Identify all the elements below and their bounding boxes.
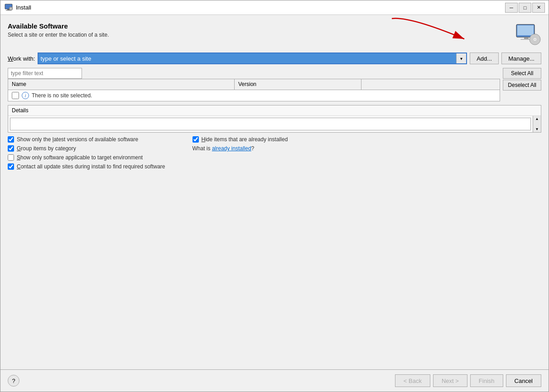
- cancel-button[interactable]: Cancel: [506, 374, 541, 387]
- bottom-bar: ? < Back Next > Finish Cancel: [0, 369, 549, 392]
- header-text: Available Software Select a site or ente…: [8, 22, 514, 38]
- header-section: Available Software Select a site or ente…: [8, 22, 541, 47]
- scroll-down-icon[interactable]: ▼: [535, 127, 539, 131]
- info-icon: i: [22, 92, 29, 99]
- close-button[interactable]: ✕: [532, 3, 545, 13]
- deselect-all-button[interactable]: Deselect All: [503, 80, 541, 91]
- svg-rect-6: [517, 25, 534, 35]
- filter-input[interactable]: [8, 68, 82, 79]
- select-all-button[interactable]: Select All: [503, 68, 541, 79]
- option-target-checkbox[interactable]: [8, 154, 14, 161]
- side-buttons: Select All Deselect All: [503, 68, 541, 91]
- option-group-label: Group items by category: [17, 145, 76, 152]
- scroll-up-icon[interactable]: ▲: [535, 117, 539, 121]
- window-icon: [4, 3, 13, 12]
- details-textarea[interactable]: [10, 118, 531, 130]
- options-right: Hide items that are already installed Wh…: [193, 136, 288, 170]
- option-already-prefix: What is already installed?: [193, 145, 255, 152]
- option-target-label: Show only software applicable to target …: [17, 154, 143, 161]
- details-section: Details ▲ ▼: [8, 105, 541, 133]
- page-title: Available Software: [8, 22, 514, 30]
- option-row-4: Contact all update sites during install …: [8, 163, 165, 170]
- add-button[interactable]: Add...: [470, 53, 499, 64]
- option-hide-checkbox[interactable]: [193, 136, 199, 143]
- filter-and-buttons: Name Version i There is no site selected…: [8, 68, 541, 101]
- details-scrollbar[interactable]: ▲ ▼: [533, 116, 541, 132]
- option-row-3: Show only software applicable to target …: [8, 154, 165, 161]
- option-row-1: Show only the latest versions of availab…: [8, 136, 165, 143]
- option-group-checkbox[interactable]: [8, 145, 14, 152]
- option-row-2: Group items by category: [8, 145, 165, 152]
- work-with-label: Work with:: [8, 55, 35, 62]
- option-hide-row: Hide items that are already installed: [193, 136, 288, 143]
- back-button[interactable]: < Back: [395, 374, 430, 387]
- main-content: Available Software Select a site or ente…: [0, 15, 549, 369]
- help-button[interactable]: ?: [8, 375, 19, 387]
- col-extra-header: [361, 79, 500, 90]
- site-dropdown-arrow[interactable]: ▾: [456, 53, 466, 63]
- page-subtitle: Select a site or enter the location of a…: [8, 32, 514, 38]
- options-left: Show only the latest versions of availab…: [8, 136, 165, 170]
- maximize-button[interactable]: □: [519, 3, 531, 13]
- option-hide-label: Hide items that are already installed: [202, 136, 288, 143]
- minimize-button[interactable]: ─: [505, 3, 518, 13]
- option-latest-label: Show only the latest versions of availab…: [17, 136, 138, 143]
- option-already-row: What is already installed?: [193, 145, 288, 152]
- header-icon: [514, 22, 541, 47]
- title-bar: Install ─ □ ✕: [0, 0, 549, 15]
- table-body: i There is no site selected.: [8, 90, 500, 101]
- col-version-header: Version: [235, 79, 361, 90]
- window-controls: ─ □ ✕: [505, 3, 545, 13]
- already-installed-link[interactable]: already installed: [212, 145, 251, 152]
- software-table: Name Version i There is no site selected…: [8, 79, 500, 101]
- option-contact-checkbox[interactable]: [8, 163, 14, 170]
- svg-point-4: [10, 8, 12, 9]
- manage-button[interactable]: Manage...: [501, 53, 541, 64]
- svg-point-11: [535, 39, 536, 40]
- option-latest-checkbox[interactable]: [8, 136, 14, 143]
- row-label: There is no site selected.: [32, 92, 92, 99]
- table-header: Name Version: [8, 79, 500, 90]
- site-input-wrapper[interactable]: ▾: [38, 53, 467, 64]
- svg-rect-7: [524, 37, 529, 39]
- table-row: i There is no site selected.: [8, 90, 500, 101]
- col-name-header: Name: [8, 79, 235, 90]
- next-button[interactable]: Next >: [433, 374, 467, 387]
- install-window: Install ─ □ ✕ Available Software Select …: [0, 0, 549, 392]
- finish-button[interactable]: Finish: [470, 374, 503, 387]
- options-section: Show only the latest versions of availab…: [8, 136, 541, 173]
- site-input[interactable]: [39, 53, 456, 63]
- details-header: Details: [8, 105, 541, 116]
- title-bar-label: Install: [16, 4, 505, 11]
- filter-col: Name Version i There is no site selected…: [8, 68, 500, 101]
- row-checkbox[interactable]: [12, 92, 19, 99]
- details-content: ▲ ▼: [8, 116, 541, 132]
- option-contact-label: Contact all update sites during install …: [17, 163, 165, 170]
- work-with-row: Work with: ▾ Add... Manage...: [8, 53, 541, 64]
